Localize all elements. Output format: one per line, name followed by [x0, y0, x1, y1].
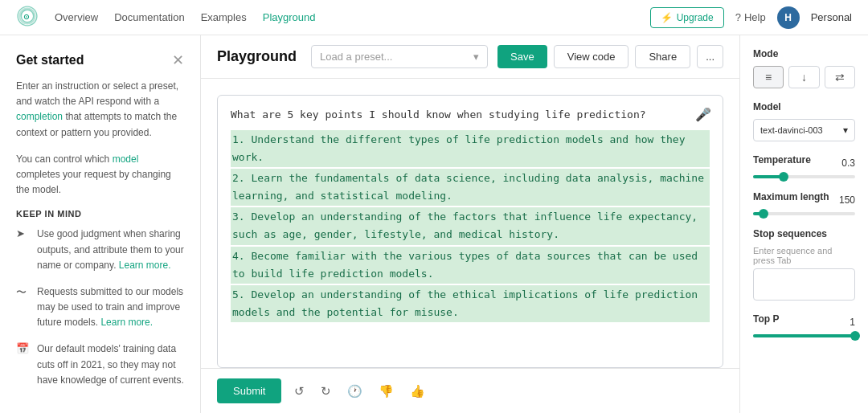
history-icon[interactable]: 🕐 — [344, 381, 366, 402]
submit-button[interactable]: Submit — [217, 378, 281, 403]
max-length-section: Maximum length 150 — [753, 191, 855, 215]
top-p-row: Top P 1 — [753, 313, 855, 331]
share-icon: ➤ — [16, 227, 29, 273]
microphone-icon[interactable]: 🎤 — [695, 107, 711, 122]
sidebar-item-text-1: Requests submitted to our models may be … — [37, 284, 184, 331]
view-code-button[interactable]: View code — [554, 45, 629, 68]
sidebar-item-text-0: Use good judgment when sharing outputs, … — [37, 227, 184, 273]
playground-title: Playground — [217, 48, 297, 65]
max-length-slider[interactable] — [753, 212, 855, 215]
learn-more-link-0[interactable]: Learn more. — [119, 260, 171, 271]
playground-header: Playground Load a preset... ▾ Save View … — [201, 35, 739, 79]
sidebar: Get started ✕ Enter an instruction or se… — [0, 35, 201, 413]
model-link[interactable]: model — [113, 153, 139, 165]
max-length-label: Maximum length — [753, 191, 829, 202]
response-item-1: 2. Learn the fundamentals of data scienc… — [231, 169, 710, 206]
top-p-value: 1 — [850, 317, 855, 328]
sidebar-close-button[interactable]: ✕ — [172, 51, 184, 69]
sidebar-item-1: 〜 Requests submitted to our models may b… — [16, 284, 184, 331]
sidebar-item-0: ➤ Use good judgment when sharing outputs… — [16, 227, 184, 273]
top-p-label: Top P — [753, 313, 779, 325]
nav-playground[interactable]: Playground — [263, 11, 316, 23]
sidebar-model-desc: You can control which model completes yo… — [16, 152, 184, 198]
mode-buttons: ≡ ↓ ⇄ — [753, 66, 855, 88]
more-button[interactable]: ... — [697, 45, 723, 68]
temperature-thumb — [779, 172, 788, 182]
temperature-slider[interactable] — [753, 175, 855, 178]
preset-dropdown[interactable]: Load a preset... ▾ — [311, 45, 488, 68]
top-p-thumb — [850, 331, 860, 341]
completion-link[interactable]: completion — [16, 111, 63, 122]
model-chevron-icon: ▾ — [843, 125, 848, 136]
help-icon: ? — [735, 11, 741, 23]
sidebar-item-2: 📅 Our default models' training data cuts… — [16, 341, 184, 388]
personal-label: Personal — [811, 11, 852, 23]
mode-btn-edit[interactable]: ⇄ — [825, 66, 855, 88]
response-item-4: 5. Develop an understanding of the ethic… — [231, 285, 710, 322]
top-nav: ⊙ Overview Documentation Examples Playgr… — [0, 0, 868, 35]
pulse-icon: 〜 — [16, 285, 29, 331]
stop-seq-section: Stop sequences Enter sequence and press … — [753, 228, 855, 301]
help-button[interactable]: ? Help — [735, 11, 766, 23]
max-length-thumb — [759, 209, 768, 219]
user-avatar[interactable]: H — [777, 6, 800, 29]
thumbs-up-icon[interactable]: 👍 — [407, 381, 428, 402]
stop-seq-input[interactable] — [753, 268, 855, 301]
sidebar-header: Get started ✕ — [16, 51, 184, 69]
stop-seq-sublabel: Enter sequence and press Tab — [753, 246, 855, 265]
chevron-down-icon: ▾ — [473, 51, 479, 63]
calendar-icon: 📅 — [16, 342, 29, 388]
max-length-row: Maximum length 150 — [753, 191, 855, 209]
header-actions: Save View code Share ... — [497, 45, 723, 68]
svg-text:⊙: ⊙ — [23, 13, 30, 21]
redo-icon[interactable]: ↻ — [317, 381, 334, 402]
text-box[interactable]: What are 5 key points I should know when… — [217, 95, 723, 368]
right-panel: Mode ≡ ↓ ⇄ Model text-davinci-003 ▾ Temp… — [739, 35, 868, 413]
response-text: 1. Understand the different types of lif… — [231, 130, 710, 322]
temperature-value: 0.3 — [841, 157, 855, 169]
thumbs-down-icon[interactable]: 👎 — [375, 381, 397, 402]
sidebar-description: Enter an instruction or select a preset,… — [16, 79, 184, 141]
temperature-section: Temperature 0.3 — [753, 154, 855, 178]
response-item-3: 4. Become familiar with the various type… — [231, 247, 710, 284]
max-length-value: 150 — [839, 194, 855, 206]
mode-section: Mode ≡ ↓ ⇄ — [753, 48, 855, 88]
main-layout: Get started ✕ Enter an instruction or se… — [0, 35, 868, 413]
top-p-slider[interactable] — [753, 334, 855, 337]
undo-icon[interactable]: ↺ — [291, 381, 308, 402]
response-item-0: 1. Understand the different types of lif… — [231, 130, 710, 167]
top-p-fill — [753, 334, 855, 337]
bottom-actions: Submit ↺ ↻ 🕐 👎 👍 — [201, 368, 739, 413]
mode-btn-complete[interactable]: ≡ — [753, 66, 784, 88]
keep-in-mind-title: KEEP IN MIND — [16, 209, 184, 219]
model-dropdown[interactable]: text-davinci-003 ▾ — [753, 119, 855, 141]
top-p-section: Top P 1 — [753, 313, 855, 337]
upgrade-button[interactable]: Upgrade — [650, 7, 724, 28]
share-button[interactable]: Share — [635, 45, 690, 68]
mode-label: Mode — [753, 48, 855, 59]
nav-overview[interactable]: Overview — [55, 11, 98, 23]
nav-examples[interactable]: Examples — [201, 11, 247, 23]
center-content: Playground Load a preset... ▾ Save View … — [201, 35, 739, 413]
model-label: Model — [753, 101, 855, 112]
nav-documentation[interactable]: Documentation — [114, 11, 184, 23]
nav-links: Overview Documentation Examples Playgrou… — [55, 11, 316, 23]
temperature-row: Temperature 0.3 — [753, 154, 855, 172]
stop-seq-label: Stop sequences — [753, 228, 855, 239]
learn-more-link-1[interactable]: Learn more. — [100, 317, 153, 328]
save-button[interactable]: Save — [497, 45, 547, 68]
temperature-label: Temperature — [753, 154, 811, 166]
model-section: Model text-davinci-003 ▾ — [753, 101, 855, 141]
sidebar-item-text-2: Our default models' training data cuts o… — [37, 341, 184, 388]
nav-right: Upgrade ? Help H Personal — [650, 6, 852, 29]
sidebar-title: Get started — [16, 53, 84, 67]
response-item-2: 3. Develop an understanding of the facto… — [231, 207, 710, 244]
playground-area: What are 5 key points I should know when… — [201, 79, 739, 368]
mode-btn-insert[interactable]: ↓ — [788, 66, 819, 88]
prompt-text: What are 5 key points I should know when… — [231, 108, 710, 121]
logo[interactable]: ⊙ — [16, 5, 55, 30]
